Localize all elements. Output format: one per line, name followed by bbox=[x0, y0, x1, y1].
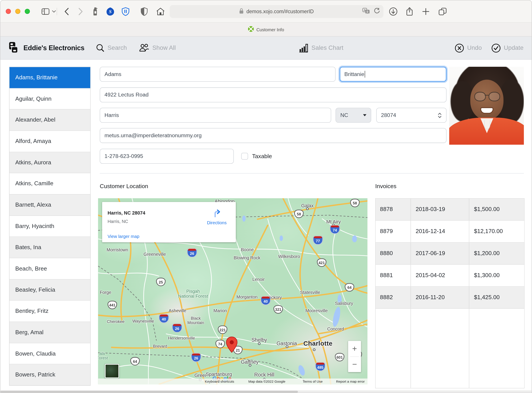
home-button[interactable] bbox=[156, 7, 165, 15]
first-name-value: Brittanie bbox=[344, 71, 364, 77]
google-map[interactable]: AbingdonGalaxMt AiryMorristownGreenevill… bbox=[98, 198, 367, 384]
address-bar[interactable]: demos.xojo.com/#customerID A文 bbox=[170, 5, 383, 18]
map-label: Hendersonville bbox=[168, 336, 195, 341]
map-label: Rock Hill bbox=[254, 372, 274, 378]
phone-field[interactable]: 1-278-623-0995 bbox=[100, 149, 234, 164]
route-shield: 26 bbox=[187, 249, 197, 257]
city-field[interactable]: Harris bbox=[100, 108, 331, 123]
map-label: Lenoir bbox=[252, 277, 265, 282]
invoice-row[interactable]: 88812015-04-02$1,300.00 bbox=[376, 265, 524, 287]
customer-list-item[interactable]: Aguilar, Quinn bbox=[10, 88, 90, 109]
customer-list-item[interactable]: Beasley, Felicia bbox=[10, 280, 90, 301]
update-label: Update bbox=[504, 44, 523, 52]
customer-list-item[interactable]: Bowers, Patrick bbox=[10, 364, 90, 385]
tab-customer-info[interactable]: Customer Info bbox=[256, 27, 284, 32]
show-all-label: Show All bbox=[152, 44, 176, 52]
customer-list-item[interactable]: Bowen, Claudia bbox=[10, 343, 90, 364]
shield-extension-icon[interactable] bbox=[141, 7, 148, 16]
map-label: Brevard bbox=[153, 344, 167, 349]
map-label: Forge bbox=[100, 290, 111, 295]
customer-list-item[interactable]: Atkins, Aurora bbox=[10, 152, 90, 173]
horizontal-scrollbar[interactable] bbox=[0, 390, 532, 393]
tab-overview-button[interactable] bbox=[438, 7, 447, 15]
search-button[interactable]: Search bbox=[96, 44, 127, 52]
map-label: Cherokee bbox=[107, 320, 125, 324]
keyboard-shortcuts-link[interactable]: Keyboard shortcuts bbox=[205, 380, 234, 383]
customer-list-item[interactable]: Alexander, Abel bbox=[10, 109, 90, 131]
scrollbar-thumb[interactable] bbox=[0, 391, 298, 393]
app-title: Eddie's Electronics bbox=[23, 44, 85, 52]
state-select[interactable]: NC bbox=[336, 108, 371, 123]
route-shield: 485 bbox=[315, 362, 325, 371]
close-window-button[interactable] bbox=[6, 9, 11, 14]
first-name-field[interactable]: Brittanie bbox=[340, 67, 447, 82]
zip-stepper[interactable]: 28074 bbox=[376, 108, 447, 123]
sidebar-chevron-icon[interactable] bbox=[52, 10, 56, 13]
map-attribution-bar: Keyboard shortcuts Map data ©2022 Google… bbox=[98, 378, 367, 384]
stepper-arrows-icon[interactable] bbox=[438, 112, 442, 118]
zoom-in-button[interactable]: + bbox=[348, 341, 361, 356]
map-label: Charlotte bbox=[303, 340, 332, 347]
sales-chart-button[interactable]: Sales Chart bbox=[299, 44, 343, 52]
forward-button[interactable] bbox=[78, 8, 83, 15]
taxable-checkbox[interactable] bbox=[241, 153, 248, 160]
invoice-row[interactable]: 88802017-06-19$1,200.00 bbox=[376, 243, 524, 265]
sidebar-toggle-icon[interactable] bbox=[41, 8, 50, 15]
invoice-amount-cell: $1,200.00 bbox=[469, 243, 524, 264]
map-label: Pisgah National Forest bbox=[178, 289, 208, 299]
url-text: demos.xojo.com/#customerID bbox=[246, 8, 314, 14]
address-field[interactable]: 4922 Lectus Road bbox=[100, 88, 447, 103]
directions-button[interactable]: Directions bbox=[207, 209, 227, 225]
email-field[interactable]: metus.urna@imperdieteratnonummy.org bbox=[100, 128, 447, 143]
s-extension-icon[interactable]: S bbox=[106, 7, 115, 16]
invoices-heading: Invoices bbox=[375, 183, 396, 190]
customer-list-item[interactable]: Adams, Brittanie bbox=[10, 67, 90, 88]
phone-value: 1-278-623-0995 bbox=[105, 153, 143, 159]
map-label: Greeneville bbox=[144, 252, 166, 257]
customer-list-item[interactable]: Beach, Bree bbox=[10, 258, 90, 279]
zoom-out-button[interactable]: − bbox=[348, 357, 361, 372]
customer-list-item[interactable]: Bentley, Fritz bbox=[10, 301, 90, 322]
translate-icon[interactable]: A文 bbox=[362, 8, 370, 15]
zip-value: 28074 bbox=[381, 112, 396, 118]
new-tab-button[interactable] bbox=[422, 8, 430, 15]
back-button[interactable] bbox=[64, 8, 69, 15]
route-shield: 26 bbox=[191, 353, 201, 362]
customer-list-item[interactable]: Bates, Ina bbox=[10, 237, 90, 258]
terms-of-use-link[interactable]: Terms of Use bbox=[303, 380, 323, 383]
share-button[interactable] bbox=[406, 7, 413, 16]
satellite-view-toggle[interactable] bbox=[105, 364, 119, 378]
undo-button[interactable]: Undo bbox=[455, 43, 482, 53]
route-shield: 74 bbox=[330, 225, 340, 234]
view-larger-map-link[interactable]: View larger map bbox=[108, 234, 139, 239]
customer-list-item[interactable]: Berg, Amal bbox=[10, 322, 90, 343]
customer-list-item[interactable]: Barnett, Alexa bbox=[10, 195, 90, 216]
map-label: Boone bbox=[241, 247, 254, 252]
fullscreen-window-button[interactable] bbox=[25, 9, 30, 14]
customer-list-item[interactable]: Alford, Amaya bbox=[10, 131, 90, 152]
show-all-button[interactable]: Show All bbox=[139, 44, 176, 52]
map-city-dot bbox=[313, 348, 315, 351]
invoice-row[interactable]: 88822016-11-20$1,425.00 bbox=[376, 287, 524, 309]
cleaner-extension-icon[interactable] bbox=[92, 7, 98, 16]
minimize-window-button[interactable] bbox=[15, 9, 20, 14]
downloads-button[interactable] bbox=[389, 7, 398, 16]
invoice-row[interactable]: 88792016-12-14$12,170.00 bbox=[376, 221, 524, 243]
update-button[interactable]: Update bbox=[491, 43, 523, 53]
reload-icon[interactable] bbox=[374, 8, 380, 15]
tab-bar: Customer Info bbox=[0, 23, 532, 37]
invoices-table: 88782018-03-19$1,500.0088792016-12-14$12… bbox=[375, 198, 525, 388]
map-pin-icon[interactable] bbox=[226, 337, 237, 354]
privacy-shield-extension-icon[interactable] bbox=[121, 7, 130, 16]
invoice-row[interactable]: 88782018-03-19$1,500.00 bbox=[376, 198, 524, 221]
chevron-down-icon bbox=[363, 114, 366, 116]
report-map-error-link[interactable]: Report a map error bbox=[336, 380, 365, 383]
browser-toolbar: S demos.xojo.com/#customerID A文 bbox=[0, 0, 532, 23]
customer-list-item[interactable]: Barry, Hyacinth bbox=[10, 216, 90, 237]
address-value: 4922 Lectus Road bbox=[105, 92, 149, 98]
map-city-dot bbox=[306, 207, 309, 210]
map-info-card: Harris, NC 28074 Harris, NC View larger … bbox=[102, 202, 236, 242]
map-label: ala Forest bbox=[98, 351, 108, 360]
customer-list-item[interactable]: Atkins, Camille bbox=[10, 173, 90, 195]
last-name-field[interactable]: Adams bbox=[100, 67, 336, 82]
